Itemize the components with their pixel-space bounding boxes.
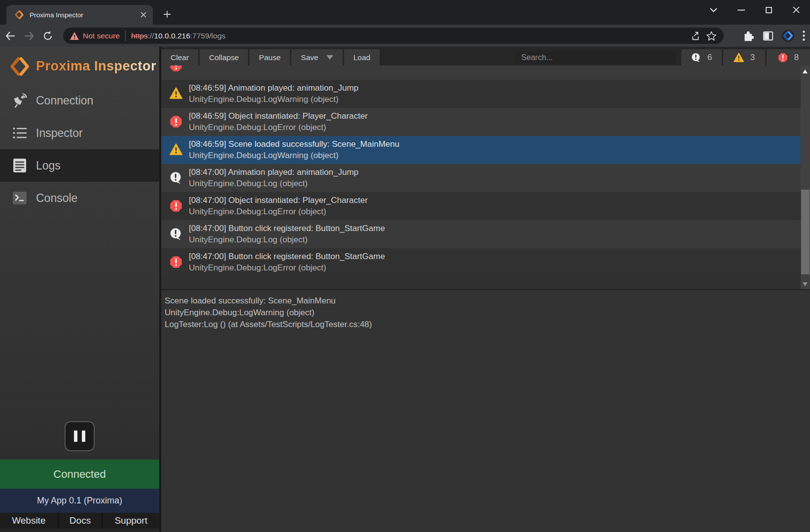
proxima-app: Proxima Inspector Connection Inspector L… — [0, 47, 810, 532]
warning-count-toggle[interactable]: 3 — [723, 49, 765, 66]
save-label: Save — [301, 53, 318, 62]
not-secure-warning-icon — [70, 32, 79, 40]
pause-bar — [82, 431, 85, 442]
sidebar-item-label: Inspector — [36, 127, 83, 140]
new-tab-icon[interactable] — [161, 8, 174, 21]
footer-link-website[interactable]: Website — [0, 513, 58, 529]
sidebar-item-label: Logs — [36, 159, 61, 172]
log-message: [08:47:00] Button click registered: Butt… — [189, 223, 385, 234]
back-icon[interactable] — [2, 28, 19, 44]
log-lines: [08:47:00] Button click registered: Butt… — [189, 220, 385, 245]
minimize-icon[interactable] — [727, 0, 755, 20]
app-info-bar: My App 0.1 (Proxima) — [0, 489, 159, 513]
log-row[interactable]: [08:46:59] Animation played: animation_J… — [161, 80, 810, 108]
browser-menu-dots-icon[interactable] — [803, 31, 805, 41]
warning-triangle-icon — [734, 53, 744, 62]
search-input[interactable] — [515, 51, 676, 64]
info-count-toggle[interactable]: 6 — [681, 49, 722, 66]
url-scheme: https — [131, 32, 148, 40]
main-panel: Clear Collapse Pause Save Load 6 3 — [161, 47, 810, 532]
url-text: https://10.0.0.216:7759/logs — [131, 32, 686, 40]
satellite-icon — [12, 93, 28, 108]
log-stack: UnityEngine.Debug:Log (object) — [189, 178, 358, 189]
sidebar-item-inspector[interactable]: Inspector — [0, 117, 159, 149]
sidebar: Proxima Inspector Connection Inspector L… — [0, 47, 161, 532]
log-lines: [08:46:59] Animation played: animation_J… — [189, 80, 358, 105]
sidebar-footer: Website Docs Support — [0, 513, 159, 529]
security-chip-label: Not secure — [83, 32, 120, 40]
log-row[interactable]: [08:47:00] Animation played: animation_J… — [161, 164, 810, 192]
log-message: [08:47:00] Animation played: animation_J… — [189, 166, 358, 178]
log-row[interactable]: [08:47:00] Object instantiated: Player_C… — [161, 192, 810, 220]
tab-search-chevron-icon[interactable] — [700, 0, 727, 20]
clear-button[interactable]: Clear — [161, 49, 198, 66]
omnibox[interactable]: Not secure https://10.0.0.216:7759/logs — [63, 28, 724, 44]
load-button[interactable]: Load — [344, 49, 380, 66]
error-count-toggle[interactable]: 8 — [767, 49, 810, 66]
info-icon — [170, 171, 182, 184]
error-icon — [170, 66, 182, 72]
warning-icon — [170, 143, 182, 156]
window-controls — [700, 0, 810, 20]
pause-button[interactable]: Pause — [249, 49, 290, 66]
log-row[interactable]: [08:46:59] Object instantiated: Player_C… — [161, 108, 810, 136]
profile-avatar[interactable] — [781, 29, 795, 42]
address-bar-right — [743, 25, 810, 47]
list-icon — [12, 126, 28, 140]
log-message: [08:47:00] Object instantiated: Player_C… — [189, 195, 368, 206]
error-icon — [170, 256, 182, 268]
info-bubble-icon — [691, 53, 701, 63]
scrollbar-thumb[interactable] — [801, 190, 810, 274]
log-message: [08:46:59] Object instantiated: Player_C… — [189, 110, 368, 122]
log-detail-pane: Scene loaded successfully: Scene_MainMen… — [161, 289, 810, 532]
info-count: 6 — [707, 53, 712, 63]
maximize-icon[interactable] — [755, 0, 782, 20]
address-bar: Not secure https://10.0.0.216:7759/logs — [0, 25, 810, 47]
log-lines: [08:46:59] Scene loaded successfully: Sc… — [189, 136, 399, 161]
side-panel-icon[interactable] — [763, 31, 774, 41]
info-icon — [170, 228, 182, 240]
sidebar-item-console[interactable]: Console — [0, 182, 159, 214]
brand: Proxima Inspector — [0, 47, 159, 77]
sidebar-item-connection[interactable]: Connection — [0, 84, 159, 117]
chip-divider — [125, 31, 126, 41]
log-stack: UnityEngine.Debug:LogError (object) — [189, 262, 385, 273]
collapse-button[interactable]: Collapse — [200, 49, 248, 66]
log-stack: UnityEngine.Debug:Log (object) — [189, 234, 385, 245]
footer-link-docs[interactable]: Docs — [59, 513, 102, 529]
connection-status-bar: Connected — [0, 460, 159, 489]
share-icon[interactable] — [686, 28, 703, 44]
error-icon — [170, 200, 182, 212]
save-button[interactable]: Save — [291, 49, 342, 66]
sidebar-item-label: Connection — [36, 94, 93, 107]
log-row[interactable]: [08:47:00] Button click registered: Butt… — [161, 220, 810, 248]
scroll-down-arrow-icon[interactable] — [803, 282, 808, 286]
extensions-puzzle-icon[interactable] — [743, 30, 755, 42]
browser-tab[interactable]: Proxima Inspector — [6, 5, 153, 25]
detail-line-source: LogTester:Log () (at Assets/TestScripts/… — [165, 319, 810, 331]
log-stack: UnityEngine.Debug:LogWarning (object) — [189, 150, 399, 161]
scroll-up-arrow-icon[interactable] — [803, 69, 808, 73]
log-scrollbar[interactable] — [801, 66, 810, 289]
favicon-proxima-icon — [15, 10, 24, 19]
forward-icon[interactable] — [21, 28, 37, 44]
error-octagon-icon — [778, 53, 788, 63]
log-lines: [08:47:00] Animation played: animation_J… — [189, 164, 358, 189]
reload-icon[interactable] — [39, 28, 56, 44]
log-row[interactable]: [08:46:59] Scene loaded successfully: Sc… — [161, 136, 810, 164]
error-count: 8 — [794, 53, 799, 63]
log-row[interactable]: [08:47:00] Button click registered: Butt… — [161, 248, 810, 276]
close-window-icon[interactable] — [782, 0, 810, 20]
log-stack: UnityEngine.Debug:LogError (object) — [189, 206, 368, 217]
log-stack: UnityEngine.Debug:LogWarning (object) — [189, 94, 358, 105]
pause-stream-button[interactable] — [65, 421, 95, 451]
tab-close-icon[interactable] — [139, 10, 148, 19]
url-rest: :7759/logs — [190, 32, 226, 40]
bookmark-star-icon[interactable] — [703, 28, 720, 44]
sidebar-item-logs[interactable]: Logs — [0, 149, 159, 182]
log-row[interactable]: UnityEngine.Debug:LogError (object) — [161, 66, 810, 80]
log-message: [08:47:00] Button click registered: Butt… — [189, 251, 385, 262]
footer-link-support[interactable]: Support — [103, 513, 159, 529]
save-dropdown-caret-icon[interactable] — [326, 55, 333, 60]
proxima-logo-icon — [9, 56, 30, 77]
